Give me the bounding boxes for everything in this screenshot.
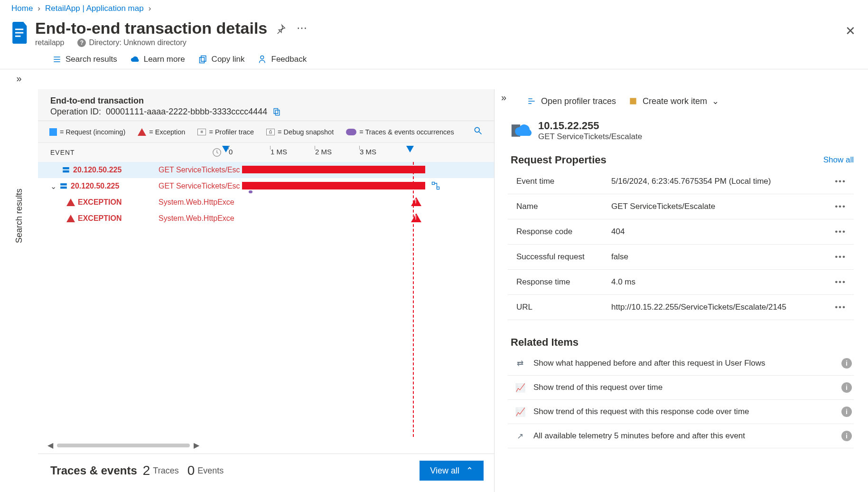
chevron-down-icon: ⌄ bbox=[712, 96, 719, 106]
show-all-link[interactable]: Show all bbox=[823, 155, 854, 165]
profiler-trace-icon: ≡ bbox=[197, 129, 206, 135]
clock-icon[interactable] bbox=[212, 147, 222, 158]
toolbar-learn-more[interactable]: Learn more bbox=[131, 55, 185, 64]
legend-debug: ⎙= Debug snapshot bbox=[266, 128, 334, 136]
svg-rect-7 bbox=[276, 110, 280, 115]
document-icon bbox=[11, 22, 28, 44]
open-profiler-traces[interactable]: Open profiler traces bbox=[527, 96, 616, 106]
timeline-header: End-to-end transaction Operation ID: 000… bbox=[38, 89, 494, 121]
info-icon[interactable]: i bbox=[841, 358, 852, 369]
more-icon[interactable]: ⋯ bbox=[297, 22, 307, 34]
timeline-body: 20.120.50.225 GET ServiceTickets/Esc ⌄ 2… bbox=[38, 162, 494, 437]
traces-events-title: Traces & events bbox=[50, 464, 137, 477]
more-icon[interactable]: ••• bbox=[829, 227, 852, 237]
timeline-row-request-2[interactable]: ⌄ 20.120.50.225 GET ServiceTickets/Esc bbox=[38, 178, 494, 194]
create-work-item[interactable]: Create work item ⌄ bbox=[628, 96, 719, 106]
toolbar-search-results[interactable]: Search results bbox=[52, 55, 117, 64]
row-ip: 20.120.50.225 bbox=[73, 166, 121, 174]
pill-purple-icon bbox=[346, 129, 356, 135]
collapse-details-icon[interactable]: » bbox=[501, 92, 506, 103]
legend-search-icon[interactable] bbox=[473, 126, 483, 138]
breadcrumb-sep-2: › bbox=[149, 4, 151, 13]
more-icon[interactable]: ••• bbox=[829, 202, 852, 211]
more-icon[interactable]: ••• bbox=[829, 277, 852, 287]
chevron-down-icon[interactable]: ⌄ bbox=[50, 182, 56, 191]
traces-count: 2 bbox=[143, 463, 150, 478]
page-subtitle: retailapp bbox=[35, 38, 64, 47]
svg-rect-16 bbox=[437, 187, 439, 189]
exception-marker-icon bbox=[411, 197, 421, 206]
scroll-right-icon[interactable]: ▶ bbox=[194, 441, 199, 450]
related-trend[interactable]: 📈 Show trend of this request over time i bbox=[508, 376, 854, 400]
legend-exception: = Exception bbox=[138, 128, 185, 136]
chevron-up-icon: ⌃ bbox=[466, 465, 473, 476]
exception-icon bbox=[66, 215, 75, 222]
svg-rect-0 bbox=[15, 28, 23, 30]
info-icon[interactable]: i bbox=[841, 431, 852, 441]
timeline-pane: End-to-end transaction Operation ID: 000… bbox=[38, 89, 495, 492]
related-user-flows[interactable]: ⇄ Show what happened before and after th… bbox=[508, 351, 854, 376]
svg-rect-17 bbox=[630, 98, 636, 104]
related-telemetry[interactable]: ↗ All available telemetry 5 minutes befo… bbox=[508, 424, 854, 448]
page-header: End-to-end transaction details retailapp… bbox=[0, 15, 868, 51]
close-icon[interactable]: ✕ bbox=[845, 24, 856, 38]
row-operation: GET ServiceTickets/Esc bbox=[159, 166, 242, 174]
timeline-row-exception-1[interactable]: EXCEPTION System.Web.HttpExce bbox=[38, 194, 494, 210]
list-icon bbox=[52, 55, 62, 64]
profiler-icon bbox=[527, 96, 536, 106]
toolbar: Search results Learn more Copy link Feed… bbox=[0, 51, 868, 69]
request-properties-title: Request Properties Show all bbox=[511, 154, 854, 166]
svg-rect-4 bbox=[199, 57, 204, 63]
bar bbox=[242, 182, 425, 189]
more-icon[interactable]: ••• bbox=[829, 252, 852, 262]
timeline-row-exception-2[interactable]: EXCEPTION System.Web.HttpExce bbox=[38, 210, 494, 227]
expand-rail-icon[interactable]: » bbox=[16, 73, 21, 84]
view-all-button[interactable]: View all ⌃ bbox=[420, 461, 484, 481]
more-icon[interactable]: ••• bbox=[829, 303, 852, 312]
tick-1: 1 MS bbox=[271, 148, 287, 156]
svg-point-5 bbox=[261, 56, 264, 59]
legend-traces: = Traces & events occurrences bbox=[346, 128, 454, 136]
details-actions: Open profiler traces Create work item ⌄ bbox=[508, 89, 854, 111]
exception-marker-icon bbox=[411, 213, 421, 222]
flow-icon[interactable] bbox=[431, 181, 440, 190]
scroll-left-icon[interactable]: ◀ bbox=[47, 441, 53, 450]
tick-0: 0 bbox=[229, 148, 233, 156]
directory-label: ? Directory: Unknown directory bbox=[77, 38, 186, 47]
legend-profiler: ≡= Profiler trace bbox=[197, 128, 254, 136]
legend-request: = Request (incoming) bbox=[49, 128, 125, 136]
exception-icon bbox=[66, 199, 75, 206]
user-flows-icon: ⇄ bbox=[515, 359, 525, 369]
cloud-server-icon bbox=[511, 121, 532, 140]
svg-rect-13 bbox=[60, 183, 67, 186]
details-pane: » Open profiler traces Create work item … bbox=[495, 89, 868, 492]
event-column-header: EVENT bbox=[50, 149, 212, 156]
exception-label: EXCEPTION bbox=[78, 198, 121, 207]
timeline-row-request-1[interactable]: 20.120.50.225 GET ServiceTickets/Esc bbox=[38, 162, 494, 178]
more-icon[interactable]: ••• bbox=[829, 177, 852, 186]
copy-id-icon[interactable] bbox=[272, 107, 281, 117]
related-items-title: Related Items bbox=[511, 336, 854, 349]
bar bbox=[242, 166, 425, 173]
tick-2: 2 MS bbox=[315, 148, 332, 156]
cloud-icon bbox=[131, 55, 140, 64]
related-trend-code[interactable]: 📈 Show trend of this request with this r… bbox=[508, 400, 854, 424]
info-icon[interactable]: i bbox=[841, 407, 852, 417]
info-icon[interactable]: i bbox=[841, 382, 852, 393]
arrow-icon: ↗ bbox=[515, 431, 525, 441]
svg-rect-11 bbox=[63, 167, 69, 170]
toolbar-copy-link[interactable]: Copy link bbox=[198, 55, 245, 64]
tick-3: 3 MS bbox=[360, 148, 376, 156]
marker-end[interactable] bbox=[406, 146, 414, 152]
scroll-track[interactable] bbox=[57, 444, 190, 447]
breadcrumb-app[interactable]: RetailApp | Application map bbox=[45, 4, 144, 13]
pin-icon[interactable] bbox=[276, 24, 286, 36]
exception-detail: System.Web.HttpExce bbox=[159, 214, 242, 223]
svg-rect-12 bbox=[63, 170, 69, 173]
server-icon bbox=[59, 182, 68, 190]
svg-rect-15 bbox=[432, 182, 435, 185]
horizontal-scrollbar[interactable]: ◀ ▶ bbox=[38, 437, 494, 454]
timeline-title: End-to-end transaction bbox=[50, 96, 485, 106]
breadcrumb-home[interactable]: Home bbox=[11, 4, 33, 13]
toolbar-feedback[interactable]: Feedback bbox=[258, 55, 307, 64]
